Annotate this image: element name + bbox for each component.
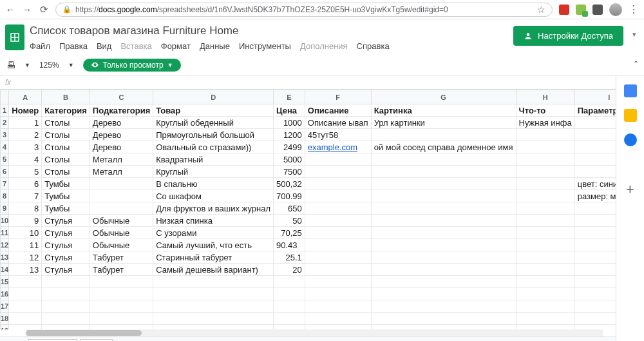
- cell[interactable]: [90, 313, 153, 325]
- cell[interactable]: [574, 239, 616, 251]
- cell[interactable]: [305, 276, 371, 288]
- row-header[interactable]: 9: [1, 202, 9, 215]
- cell[interactable]: [516, 264, 574, 276]
- cell[interactable]: С узорами: [153, 227, 274, 239]
- row-header[interactable]: 10: [1, 215, 9, 227]
- cell[interactable]: В спальню: [153, 178, 274, 190]
- keep-addon-icon[interactable]: [624, 109, 637, 122]
- cell[interactable]: 20: [274, 264, 305, 276]
- cell[interactable]: [305, 288, 371, 300]
- cell[interactable]: Табурет: [90, 264, 153, 276]
- cell[interactable]: [90, 325, 153, 330]
- cell[interactable]: [90, 202, 153, 215]
- cell[interactable]: Круглый: [153, 166, 274, 178]
- cell[interactable]: [574, 276, 616, 288]
- cell[interactable]: [305, 251, 371, 264]
- cell[interactable]: Дерево: [90, 141, 153, 153]
- cell[interactable]: [371, 288, 516, 300]
- forward-button[interactable]: →: [22, 5, 32, 15]
- cell[interactable]: [574, 166, 616, 178]
- cell[interactable]: Столы: [42, 117, 90, 129]
- cell[interactable]: [574, 153, 616, 166]
- cell[interactable]: [305, 227, 371, 239]
- horizontal-scrollbar[interactable]: [26, 329, 603, 336]
- row-header[interactable]: 17: [1, 300, 9, 313]
- browser-menu-icon[interactable]: ⋮: [629, 3, 639, 15]
- cell[interactable]: [274, 313, 305, 325]
- cell[interactable]: 2: [9, 129, 42, 141]
- cell[interactable]: [574, 325, 616, 330]
- cell[interactable]: [371, 153, 516, 166]
- cell[interactable]: Дерево: [90, 129, 153, 141]
- cell[interactable]: Стулья: [42, 239, 90, 251]
- menu-справка[interactable]: Справка: [357, 41, 390, 51]
- cell[interactable]: 7: [9, 190, 42, 202]
- cell[interactable]: 5000: [274, 153, 305, 166]
- cell[interactable]: [516, 190, 574, 202]
- cell[interactable]: [574, 215, 616, 227]
- menu-правка[interactable]: Правка: [59, 41, 88, 51]
- cell[interactable]: Урл картинки: [371, 117, 516, 129]
- menu-инструменты[interactable]: Инструменты: [239, 41, 291, 51]
- cell[interactable]: [516, 251, 574, 264]
- cell[interactable]: Низкая спинка: [153, 215, 274, 227]
- row-header[interactable]: 13: [1, 251, 9, 264]
- cell[interactable]: 10: [9, 227, 42, 239]
- row-header[interactable]: 3: [1, 129, 9, 141]
- toolbar-dropdown-icon[interactable]: ▼: [24, 62, 30, 68]
- cell[interactable]: [305, 202, 371, 215]
- cell[interactable]: Стулья: [42, 227, 90, 239]
- cell[interactable]: 13: [9, 264, 42, 276]
- cell[interactable]: 25.1: [274, 251, 305, 264]
- column-header[interactable]: H: [516, 90, 574, 104]
- cell[interactable]: Товар: [153, 104, 274, 117]
- cell[interactable]: [305, 239, 371, 251]
- cell[interactable]: [516, 129, 574, 141]
- cell[interactable]: 6: [9, 178, 42, 190]
- bookmark-star-icon[interactable]: ☆: [537, 5, 545, 15]
- cell[interactable]: [305, 264, 371, 276]
- column-header[interactable]: E: [274, 90, 305, 104]
- cell[interactable]: [9, 325, 42, 330]
- row-header[interactable]: 2: [1, 117, 9, 129]
- column-header[interactable]: B: [42, 90, 90, 104]
- cell[interactable]: Прямоугольный большой: [153, 129, 274, 141]
- cell[interactable]: Столы: [42, 129, 90, 141]
- column-header[interactable]: F: [305, 90, 371, 104]
- cell[interactable]: [90, 178, 153, 190]
- row-header[interactable]: 11: [1, 227, 9, 239]
- cell[interactable]: 500,32: [274, 178, 305, 190]
- cell[interactable]: Самый дешевый вариант): [153, 264, 274, 276]
- cell[interactable]: 1: [9, 117, 42, 129]
- cell[interactable]: Подкатегория: [90, 104, 153, 117]
- cell[interactable]: [153, 276, 274, 288]
- cell[interactable]: [274, 300, 305, 313]
- cell[interactable]: [305, 300, 371, 313]
- cell[interactable]: 70,25: [274, 227, 305, 239]
- extension-icon[interactable]: [576, 5, 586, 15]
- menu-вид[interactable]: Вид: [97, 41, 112, 51]
- cell[interactable]: Столы: [42, 166, 90, 178]
- cell[interactable]: 90.43: [274, 239, 305, 251]
- cell[interactable]: Овальный со стразами)): [153, 141, 274, 153]
- cell[interactable]: [574, 264, 616, 276]
- profile-avatar[interactable]: [609, 3, 622, 16]
- column-header[interactable]: A: [9, 90, 42, 104]
- cell[interactable]: Дерево: [90, 117, 153, 129]
- row-header[interactable]: 18: [1, 313, 9, 325]
- cell[interactable]: Самый лучший, что есть: [153, 239, 274, 251]
- cell[interactable]: 650: [274, 202, 305, 215]
- cell[interactable]: 11: [9, 239, 42, 251]
- cell[interactable]: цвет: синий; чер: [574, 178, 616, 190]
- cell[interactable]: Стулья: [42, 251, 90, 264]
- select-all-corner[interactable]: [1, 90, 9, 104]
- row-header[interactable]: 5: [1, 153, 9, 166]
- cell[interactable]: Описание ывап: [305, 117, 371, 129]
- cell[interactable]: [305, 215, 371, 227]
- cell[interactable]: [516, 166, 574, 178]
- column-header[interactable]: D: [153, 90, 274, 104]
- cell[interactable]: [274, 288, 305, 300]
- cell[interactable]: [371, 239, 516, 251]
- cell[interactable]: 12: [9, 251, 42, 264]
- cell[interactable]: [371, 129, 516, 141]
